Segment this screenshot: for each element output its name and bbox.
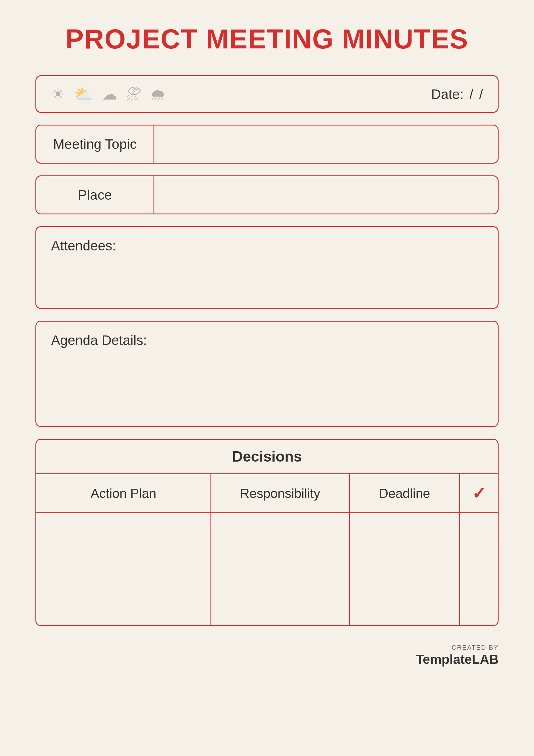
responsibility-column-header: Responsibility — [211, 474, 349, 513]
decisions-section: Decisions Action Plan Responsibility Dea… — [36, 439, 498, 626]
partly-cloudy-icon: ⛅ — [74, 85, 93, 103]
responsibility-cell[interactable] — [211, 513, 349, 625]
templatelab-logo: CREATED BY TemplateLAB — [416, 644, 498, 667]
rain-icon: 🌧 — [150, 85, 166, 103]
meeting-topic-input[interactable] — [154, 125, 498, 163]
weather-date-section: ☀ ⛅ ☁ ⛈ 🌧 Date: / / — [36, 75, 498, 113]
agenda-section[interactable]: Agenda Details: — [36, 321, 498, 427]
action-plan-cell[interactable] — [36, 513, 211, 625]
deadline-column-header: Deadline — [349, 474, 460, 513]
logo-text: TemplateLAB — [416, 652, 498, 667]
weather-icons-group: ☀ ⛅ ☁ ⛈ 🌧 — [51, 85, 166, 103]
deadline-cell[interactable] — [349, 513, 460, 625]
meeting-topic-label: Meeting Topic — [36, 125, 154, 163]
date-label: Date: — [431, 86, 464, 102]
agenda-label: Agenda Details: — [51, 332, 483, 348]
page: PROJECT MEETING MINUTES ☀ ⛅ ☁ ⛈ 🌧 Date: … — [0, 0, 534, 756]
date-slash-2: / — [479, 86, 483, 102]
decisions-header: Decisions — [36, 440, 498, 474]
logo-bold: LAB — [472, 652, 498, 666]
logo-plain: Template — [416, 652, 472, 666]
place-label: Place — [36, 176, 154, 213]
attendees-section[interactable]: Attendees: — [36, 226, 498, 309]
decisions-table: Action Plan Responsibility Deadline ✓ — [36, 474, 498, 625]
decisions-table-header-row: Action Plan Responsibility Deadline ✓ — [36, 474, 498, 513]
footer: CREATED BY TemplateLAB — [36, 644, 498, 667]
attendees-label: Attendees: — [51, 238, 483, 254]
date-slash-1: / — [469, 86, 473, 102]
action-plan-column-header: Action Plan — [36, 474, 211, 513]
sun-icon: ☀ — [51, 85, 65, 103]
meeting-topic-row: Meeting Topic — [36, 124, 498, 164]
check-column-header: ✓ — [460, 474, 498, 513]
place-input[interactable] — [154, 176, 498, 213]
date-section: Date: / / — [431, 86, 483, 102]
table-row[interactable] — [36, 513, 498, 625]
cloudy-icon: ☁ — [102, 85, 117, 103]
thunderstorm-icon: ⛈ — [126, 85, 141, 103]
place-row: Place — [36, 176, 498, 214]
created-by-text: CREATED BY — [452, 644, 498, 652]
check-cell[interactable] — [460, 513, 498, 625]
page-title: PROJECT MEETING MINUTES — [36, 24, 498, 55]
